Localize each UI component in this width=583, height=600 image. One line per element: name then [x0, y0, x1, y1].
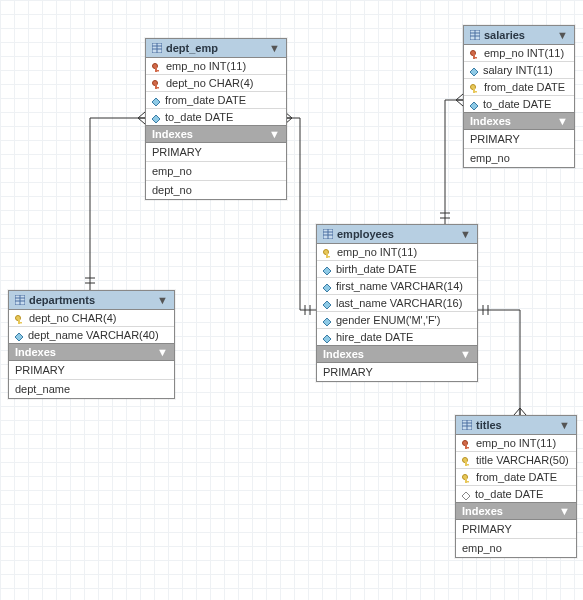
chevron-down-icon[interactable]: ▼ [157, 294, 168, 306]
chevron-down-icon[interactable]: ▼ [269, 42, 280, 54]
table-icon [462, 420, 472, 430]
column-list: emp_no INT(11)birth_date DATEfirst_name … [317, 244, 477, 345]
column-row[interactable]: to_date DATE [464, 96, 574, 112]
index-label: dept_no [152, 184, 192, 196]
entity-header[interactable]: salaries ▼ [464, 26, 574, 45]
chevron-down-icon[interactable]: ▼ [269, 128, 280, 140]
chevron-down-icon[interactable]: ▼ [157, 346, 168, 358]
column-row[interactable]: salary INT(11) [464, 62, 574, 79]
index-row[interactable]: PRIMARY [456, 520, 576, 539]
entity-title: titles [476, 419, 555, 431]
column-row[interactable]: from_date DATE [146, 92, 286, 109]
indexes-label: Indexes [152, 128, 193, 140]
table-icon [470, 30, 480, 40]
er-diagram-canvas[interactable]: dept_emp ▼ emp_no INT(11)dept_no CHAR(4)… [0, 0, 583, 600]
column-row[interactable]: first_name VARCHAR(14) [317, 278, 477, 295]
key-icon [462, 456, 471, 465]
svg-rect-53 [465, 464, 469, 466]
column-row[interactable]: last_name VARCHAR(16) [317, 295, 477, 312]
entity-header[interactable]: employees ▼ [317, 225, 477, 244]
chevron-down-icon[interactable]: ▼ [559, 419, 570, 431]
indexes-header[interactable]: Indexes▼ [456, 502, 576, 520]
column-row[interactable]: dept_no CHAR(4) [9, 310, 174, 327]
index-label: dept_name [15, 383, 70, 395]
column-row[interactable]: to_date DATE [146, 109, 286, 125]
entity-header[interactable]: departments ▼ [9, 291, 174, 310]
svg-marker-31 [323, 267, 331, 275]
index-label: emp_no [470, 152, 510, 164]
table-icon [323, 229, 333, 239]
entity-departments[interactable]: departments ▼ dept_no CHAR(4)dept_name V… [8, 290, 175, 399]
svg-rect-30 [326, 256, 330, 258]
entity-titles[interactable]: titles ▼ emp_no INT(11)title VARCHAR(50)… [455, 415, 577, 558]
key-icon [15, 314, 24, 323]
column-label: emp_no INT(11) [337, 246, 417, 258]
index-label: emp_no [152, 165, 192, 177]
indexes-label: Indexes [462, 505, 503, 517]
diamond-icon [15, 331, 23, 339]
column-row[interactable]: to_date DATE [456, 486, 576, 502]
index-row[interactable]: PRIMARY [9, 361, 174, 380]
entity-title: employees [337, 228, 456, 240]
column-label: to_date DATE [475, 488, 543, 500]
chevron-down-icon[interactable]: ▼ [559, 505, 570, 517]
column-row[interactable]: emp_no INT(11) [464, 45, 574, 62]
entity-salaries[interactable]: salaries ▼ emp_no INT(11)salary INT(11)f… [463, 25, 575, 168]
indexes-header[interactable]: Indexes▼ [317, 345, 477, 363]
chevron-down-icon[interactable]: ▼ [557, 115, 568, 127]
chevron-down-icon[interactable]: ▼ [557, 29, 568, 41]
indexes-header[interactable]: Indexes▼ [146, 125, 286, 143]
index-label: PRIMARY [323, 366, 373, 378]
index-row[interactable]: emp_no [464, 149, 574, 167]
index-row[interactable]: emp_no [146, 162, 286, 181]
indexes-header[interactable]: Indexes▼ [9, 343, 174, 361]
index-row[interactable]: dept_no [146, 181, 286, 199]
svg-marker-33 [323, 301, 331, 309]
entity-dept-emp[interactable]: dept_emp ▼ emp_no INT(11)dept_no CHAR(4)… [145, 38, 287, 200]
table-icon [15, 295, 25, 305]
entity-employees[interactable]: employees ▼ emp_no INT(11)birth_date DAT… [316, 224, 478, 382]
column-row[interactable]: birth_date DATE [317, 261, 477, 278]
column-label: dept_no CHAR(4) [29, 312, 116, 324]
index-row[interactable]: emp_no [456, 539, 576, 557]
key-icon [152, 79, 161, 88]
column-row[interactable]: gender ENUM('M','F') [317, 312, 477, 329]
column-row[interactable]: dept_no CHAR(4) [146, 75, 286, 92]
entity-header[interactable]: dept_emp ▼ [146, 39, 286, 58]
index-row[interactable]: PRIMARY [146, 143, 286, 162]
chevron-down-icon[interactable]: ▼ [460, 228, 471, 240]
column-label: hire_date DATE [336, 331, 413, 343]
svg-rect-18 [473, 57, 477, 59]
column-row[interactable]: from_date DATE [464, 79, 574, 96]
column-row[interactable]: emp_no INT(11) [317, 244, 477, 261]
index-row[interactable]: dept_name [9, 380, 174, 398]
column-label: birth_date DATE [336, 263, 417, 275]
column-row[interactable]: title VARCHAR(50) [456, 452, 576, 469]
index-row[interactable]: PRIMARY [464, 130, 574, 149]
indexes-header[interactable]: Indexes▼ [464, 112, 574, 130]
diamond-icon [323, 333, 331, 341]
chevron-down-icon[interactable]: ▼ [460, 348, 471, 360]
entity-title: salaries [484, 29, 553, 41]
column-label: emp_no INT(11) [476, 437, 556, 449]
svg-marker-43 [15, 333, 23, 341]
column-row[interactable]: from_date DATE [456, 469, 576, 486]
index-list: PRIMARYemp_no [464, 130, 574, 167]
column-row[interactable]: emp_no INT(11) [456, 435, 576, 452]
column-row[interactable]: hire_date DATE [317, 329, 477, 345]
svg-marker-10 [152, 98, 160, 106]
column-label: emp_no INT(11) [166, 60, 246, 72]
diamond-icon [323, 282, 331, 290]
key-icon [470, 83, 479, 92]
column-label: to_date DATE [483, 98, 551, 110]
svg-rect-22 [473, 91, 477, 93]
index-row[interactable]: PRIMARY [317, 363, 477, 381]
indexes-label: Indexes [323, 348, 364, 360]
key-icon [323, 248, 332, 257]
column-row[interactable]: dept_name VARCHAR(40) [9, 327, 174, 343]
entity-header[interactable]: titles ▼ [456, 416, 576, 435]
index-list: PRIMARYdept_name [9, 361, 174, 398]
column-list: dept_no CHAR(4)dept_name VARCHAR(40) [9, 310, 174, 343]
column-label: emp_no INT(11) [484, 47, 564, 59]
column-row[interactable]: emp_no INT(11) [146, 58, 286, 75]
